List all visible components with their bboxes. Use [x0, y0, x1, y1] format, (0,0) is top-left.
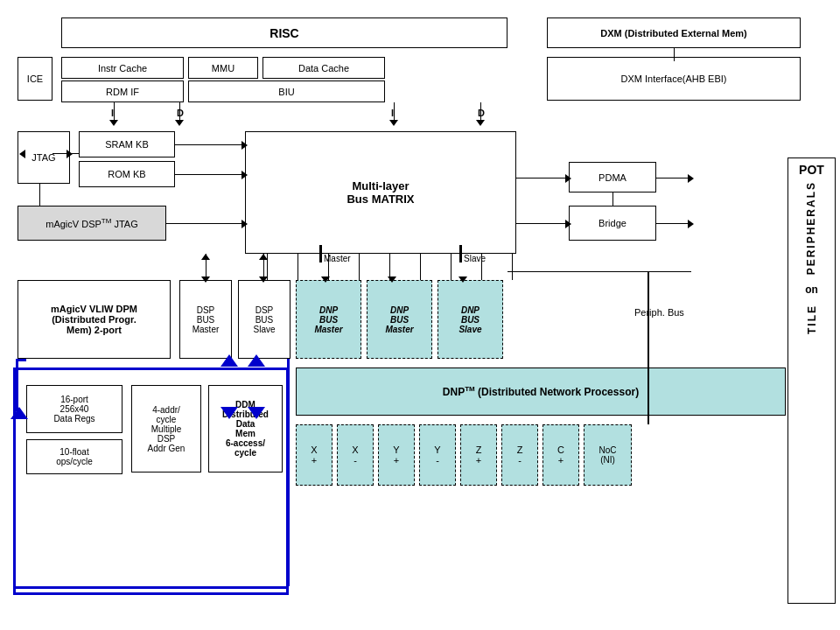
dnp-bus-master1-label: DNPBUSMaster [314, 305, 342, 334]
dxm-label: DXM (Distributed External Mem) [600, 28, 746, 38]
bus-matrix-block: Multi-layerBus MATRIX [245, 131, 516, 254]
biu-label: BIU [278, 87, 294, 97]
ice-block: ICE [18, 57, 52, 101]
dnp-bus-master2-block: DNPBUSMaster [367, 280, 432, 359]
magicv-dsp-block: mAgicV DSPTM JTAG [18, 206, 166, 241]
z-minus-block: Z- [501, 424, 538, 486]
dsp-bus-master-block: DSPBUSMaster [179, 280, 232, 359]
x-minus-label: X- [352, 444, 358, 466]
y-minus-block: Y- [419, 424, 456, 486]
instr-cache-block: Instr Cache [61, 57, 184, 79]
x-plus-label: X+ [311, 444, 317, 466]
rdm-if-block: RDM IF [61, 80, 184, 102]
pdma-label: PDMA [598, 172, 626, 183]
biu-block: BIU [188, 80, 385, 102]
magicv-dsp-label: mAgicV DSPTM JTAG [46, 217, 138, 229]
dnp-tm-block: DNPTM (Distributed Network Processor) [296, 368, 786, 416]
dnp-tm-label: DNPTM (Distributed Network Processor) [443, 385, 639, 398]
port16-label: 16-port256x40Data Regs [53, 395, 94, 424]
ice-label: ICE [27, 74, 43, 84]
pot-label: POT [799, 163, 824, 177]
mmu-label: MMU [212, 63, 234, 74]
ddm-block: DDMDistributedDataMem6-access/cycle [208, 385, 283, 472]
float10-block: 10-floatops/cycle [26, 439, 122, 474]
dnp-bus-slave-label: DNPBUSSlave [458, 305, 481, 334]
noc-block: NoC(NI) [584, 424, 632, 486]
z-minus-label: Z- [517, 444, 523, 466]
c-plus-label: C+ [557, 444, 564, 466]
c-plus-block: C+ [542, 424, 579, 486]
y-minus-label: Y- [434, 444, 440, 466]
bridge-label: Bridge [598, 218, 626, 228]
dnp-bus-master2-label: DNPBUSMaster [385, 305, 413, 334]
dxm-interface-block: DXM Interface(AHB EBI) [547, 57, 801, 101]
data-cache-block: Data Cache [262, 57, 385, 79]
dsp-bus-slave-label: DSPBUSSlave [253, 305, 275, 334]
z-plus-label: Z+ [476, 444, 482, 466]
bridge-block: Bridge [569, 206, 656, 241]
periph-bus-label: Periph. Bus [634, 306, 684, 319]
dnp-bus-slave-block: DNPBUSSlave [438, 280, 503, 359]
risc-label: RISC [270, 26, 298, 40]
rom-kb-label: ROM KB [108, 169, 145, 179]
magicv-vliw-block: mAgicV VLIW DPM(Distributed Progr.Mem) 2… [18, 280, 171, 359]
x-plus-block: X+ [296, 424, 332, 486]
dsp-bus-master-label: DSPBUSMaster [192, 305, 220, 334]
sram-kb-label: SRAM KB [105, 139, 149, 150]
rdm-if-label: RDM IF [106, 87, 139, 97]
dxm-interface-label: DXM Interface(AHB EBI) [620, 74, 726, 84]
x-minus-block: X- [337, 424, 374, 486]
dxm-block: DXM (Distributed External Mem) [547, 18, 801, 48]
architecture-diagram: RISC DXM (Distributed External Mem) ICE … [9, 9, 831, 621]
peripherals-label: PERIPHERALS [804, 181, 819, 275]
bus-matrix-label: Multi-layerBus MATRIX [346, 179, 414, 206]
rom-kb-block: ROM KB [79, 161, 175, 187]
pot-block: POT PERIPHERALS on TILE [788, 158, 836, 604]
port16-block: 16-port256x40Data Regs [26, 385, 122, 433]
noc-label: NoC(NI) [598, 445, 616, 465]
addr4-label: 4-addr/cycleMultipleDSPAddr Gen [148, 405, 186, 453]
dnp-bus-master1-block: DNPBUSMaster [296, 280, 361, 359]
float10-label: 10-floatops/cycle [56, 447, 93, 466]
sram-kb-block: SRAM KB [79, 131, 175, 158]
instr-cache-label: Instr Cache [98, 63, 147, 74]
slave-label: Slave [464, 254, 486, 263]
on-label: on [805, 284, 818, 296]
risc-block: RISC [61, 18, 508, 48]
magicv-vliw-label: mAgicV VLIW DPM(Distributed Progr.Mem) 2… [51, 304, 137, 335]
mmu-block: MMU [188, 57, 258, 79]
dsp-bus-slave-block: DSPBUSSlave [238, 280, 290, 359]
jtag-block: JTAG [18, 131, 70, 184]
pdma-block: PDMA [569, 162, 656, 192]
y-plus-label: Y+ [393, 444, 399, 466]
z-plus-block: Z+ [460, 424, 497, 486]
data-cache-label: Data Cache [298, 63, 349, 74]
tile-label: TILE [806, 304, 818, 334]
addr4-block: 4-addr/cycleMultipleDSPAddr Gen [131, 385, 201, 472]
y-plus-block: Y+ [378, 424, 415, 486]
